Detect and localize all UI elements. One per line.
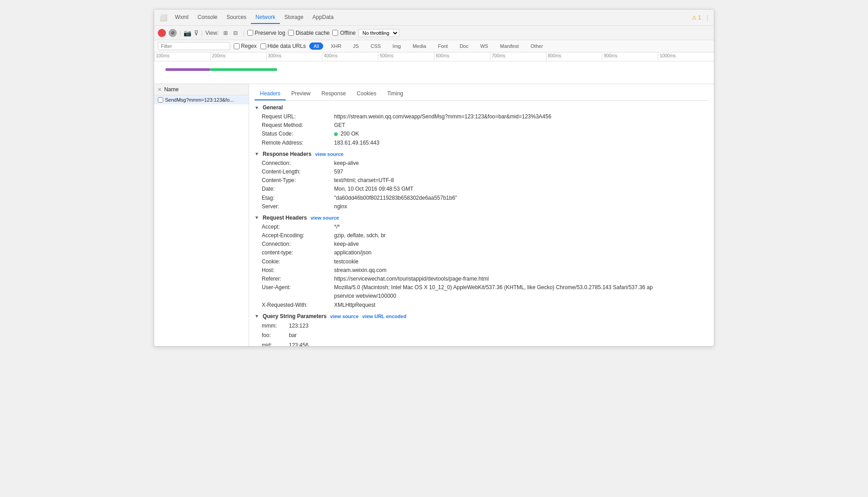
disable-cache-label: Disable cache [296,30,330,36]
query-params-view-url-encoded[interactable]: view URL encoded [362,314,406,319]
request-name: SendMsg?mmm=123:123&fo... [165,97,234,103]
tick-300ms: 300ms [266,52,322,61]
filter-type-xhr[interactable]: XHR [327,42,345,50]
remote-address-key: Remote Address: [262,139,334,147]
tab-timing[interactable]: Timing [382,88,409,100]
preserve-log-checkbox[interactable] [247,30,253,36]
record-button[interactable] [158,29,166,37]
general-section: ▼ General Request URL: https://stream.we… [255,104,708,147]
tab-network[interactable]: Network [251,11,280,24]
filter-type-css[interactable]: CSS [367,42,385,50]
request-headers-section-header[interactable]: ▼ Request Headers view source [255,215,708,221]
response-headers-section-header[interactable]: ▼ Response Headers view source [255,151,708,157]
hide-data-urls-checkbox-group: Hide data URLs [260,43,306,49]
menu-icon[interactable]: ⋮ [705,14,710,21]
tick-900ms: 900ms [602,52,658,61]
regex-checkbox[interactable] [234,43,240,49]
response-headers-view-source[interactable]: view source [315,151,344,157]
request-headers-section: ▼ Request Headers view source Accept: */… [255,215,708,309]
warning-badge: ⚠ 1 [692,14,701,21]
regex-checkbox-group: Regex [234,43,257,49]
request-headers-view-source[interactable]: view source [311,215,339,220]
filter-input[interactable] [158,42,230,50]
server-row: Server: nginx [255,202,708,211]
filter-type-font[interactable]: Font [434,42,452,50]
tab-response[interactable]: Response [316,88,351,100]
general-section-header[interactable]: ▼ General [255,104,708,111]
cursor-icon[interactable]: ⬜ [158,12,169,23]
tab-appdata[interactable]: AppData [308,11,338,24]
sidebar-column-header: Name [164,86,179,93]
filter-type-js[interactable]: JS [349,42,363,50]
content-length-row: Content-Length: 597 [255,168,708,176]
user-agent-row: User-Agent: Mozilla/5.0 (Macintosh; Inte… [255,283,708,300]
request-headers-title: Request Headers [263,215,307,221]
tick-800ms: 800ms [546,52,602,61]
tick-700ms: 700ms [490,52,546,61]
list-item[interactable]: SendMsg?mmm=123:123&fo... [154,95,249,104]
remote-address-val: 183.61.49.165:443 [334,139,379,147]
collapse-icon: ▼ [255,105,259,110]
query-params-view-source[interactable]: view source [330,314,359,319]
stop-button[interactable]: ⊘ [169,29,177,37]
filter-type-other[interactable]: Other [527,42,547,50]
detail-panel: Headers Preview Response Cookies Timing … [249,84,714,346]
timeline-ruler: 100ms 200ms 300ms 400ms 500ms 600ms 700m… [154,52,714,61]
filter-type-img[interactable]: Img [388,42,405,50]
tab-storage[interactable]: Storage [280,11,308,24]
req-content-type-row: content-type: application/json [255,248,708,257]
hide-data-urls-checkbox[interactable] [260,43,266,49]
throttle-select[interactable]: No throttling [359,29,399,37]
disable-cache-checkbox[interactable] [288,30,294,36]
filter-type-all[interactable]: All [309,42,323,50]
filter-type-ws[interactable]: WS [476,42,492,50]
waterfall-bar-purple [165,68,210,71]
waterfall-bar-green [210,68,278,71]
camera-button[interactable]: 📷 [184,29,191,37]
hide-data-urls-label: Hide data URLs [268,43,306,49]
detail-tabs: Headers Preview Response Cookies Timing [255,88,708,101]
tick-1000ms: 1000ms [658,52,714,61]
view-grid-button[interactable]: ⊞ [221,28,230,38]
sidebar: × Name SendMsg?mmm=123:123&fo... [154,84,249,346]
request-method-val: GET [334,121,345,130]
request-url-key: Request URL: [262,113,334,121]
request-checkbox[interactable] [158,97,163,103]
cookie-row: Cookie: testcookie [255,258,708,266]
tab-headers[interactable]: Headers [255,88,286,100]
sidebar-close-icon[interactable]: × [158,86,161,93]
status-code-row: Status Code: 200 OK [255,130,708,138]
sidebar-header: × Name [154,84,249,95]
request-url-val: https://stream.weixin.qq.com/weapp/SendM… [334,113,552,121]
filter-toggle-button[interactable]: ⊽ [194,29,198,37]
response-headers-title: Response Headers [263,151,311,157]
general-section-title: General [263,104,283,111]
filter-type-media[interactable]: Media [409,42,430,50]
devtools-window: ⬜ Wxml Console Sources Network Storage A… [154,9,714,347]
timeline-bar-area [154,61,714,84]
remote-address-row: Remote Address: 183.61.49.165:443 [255,139,708,147]
query-params-section-header[interactable]: ▼ Query String Parameters view source vi… [255,313,708,319]
main-area: × Name SendMsg?mmm=123:123&fo... Headers… [154,84,714,346]
offline-checkbox[interactable] [332,30,338,36]
query-foo-row: foo: bar [255,331,708,341]
filter-bar: Regex Hide data URLs All XHR JS CSS Img … [154,40,714,52]
query-mmm-row: mmm: 123:123 [255,321,708,331]
tick-200ms: 200ms [210,52,266,61]
tab-wxml[interactable]: Wxml [170,11,193,24]
tab-cookies[interactable]: Cookies [351,88,382,100]
view-list-button[interactable]: ⊟ [231,28,240,38]
preserve-log-label: Preserve log [255,30,285,36]
filter-type-doc[interactable]: Doc [456,42,473,50]
tab-preview[interactable]: Preview [286,88,316,100]
offline-checkbox-group: Offline [332,30,355,36]
tick-600ms: 600ms [434,52,490,61]
status-code-val: 200 OK [334,130,359,138]
tab-console[interactable]: Console [193,11,222,24]
preserve-log-checkbox-group: Preserve log [247,30,285,36]
host-row: Host: stream.weixin.qq.com [255,266,708,275]
tab-sources[interactable]: Sources [222,11,251,24]
divider3: | [243,30,244,36]
tick-100ms: 100ms [154,52,210,61]
filter-type-manifest[interactable]: Manifest [496,42,523,50]
